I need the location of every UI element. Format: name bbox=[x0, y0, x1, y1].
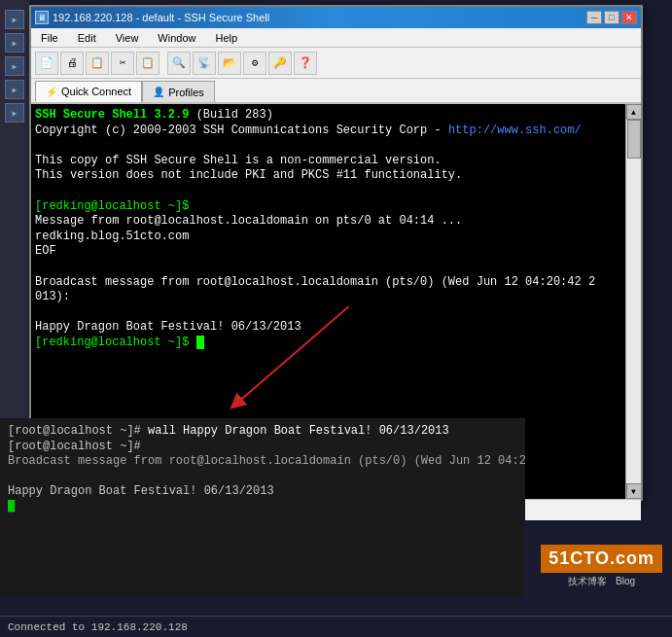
toolbar-key[interactable]: 🔑 bbox=[268, 52, 292, 75]
window-title: 192.168.220.128 - default - SSH Secure S… bbox=[53, 12, 269, 23]
toolbar: 📄 🖨 📋 ✂ 📋 🔍 📡 📂 ⚙ 🔑 ❓ bbox=[31, 48, 641, 79]
tab-quick-connect-label: Quick Connect bbox=[61, 86, 131, 97]
term-line-3: This copy of SSH Secure Shell is a non-c… bbox=[35, 154, 621, 169]
watermark-logo: 51CTO.com bbox=[541, 545, 662, 573]
toolbar-help[interactable]: ❓ bbox=[294, 52, 317, 75]
scrollbar-track bbox=[626, 120, 641, 483]
term-line-7: Message from root@localhost.localdomain … bbox=[35, 214, 621, 230]
title-buttons: ─ □ ✕ bbox=[586, 11, 637, 24]
menu-view[interactable]: View bbox=[110, 30, 145, 46]
term-line-13 bbox=[35, 305, 621, 321]
toolbar-find[interactable]: 🔍 bbox=[167, 52, 191, 75]
side-icon-5[interactable]: ▶ bbox=[5, 103, 24, 123]
menu-window[interactable]: Window bbox=[152, 30, 201, 46]
side-icon-3[interactable]: ▶ bbox=[5, 56, 24, 76]
profiles-icon: 👤 bbox=[153, 87, 164, 97]
term-line-8: redking.blog.51cto.com bbox=[35, 230, 621, 245]
title-bar-left: 🖥 192.168.220.128 - default - SSH Secure… bbox=[35, 11, 269, 24]
side-icon-4[interactable]: ▶ bbox=[5, 80, 24, 99]
term-line-2 bbox=[35, 138, 621, 154]
menu-help[interactable]: Help bbox=[209, 30, 243, 46]
bottom-terminal[interactable]: [root@localhost ~]# wall Happy Dragon Bo… bbox=[0, 418, 525, 598]
bottom-line-3 bbox=[8, 470, 517, 485]
bottom-line-2: Broadcast message from root@localhost.lo… bbox=[8, 454, 517, 470]
toolbar-connect[interactable]: 📡 bbox=[193, 52, 216, 75]
minimize-button[interactable]: ─ bbox=[586, 11, 602, 24]
toolbar-transfer[interactable]: 📂 bbox=[218, 52, 241, 75]
toolbar-cut[interactable]: ✂ bbox=[111, 52, 134, 75]
toolbar-paste[interactable]: 📋 bbox=[136, 52, 159, 75]
term-line-12: 013): bbox=[35, 290, 621, 305]
side-icon-2[interactable]: ▶ bbox=[5, 33, 24, 53]
scrollbar-thumb[interactable] bbox=[627, 120, 641, 159]
tab-profiles[interactable]: 👤 Profiles bbox=[142, 81, 215, 102]
menu-file[interactable]: File bbox=[35, 30, 64, 46]
toolbar-print[interactable]: 🖨 bbox=[60, 52, 84, 75]
app-icon: 🖥 bbox=[35, 11, 49, 24]
term-line-9: EOF bbox=[35, 244, 621, 260]
bottom-status-bar: Connected to 192.168.220.128 bbox=[0, 616, 672, 637]
side-icon-1[interactable]: ▶ bbox=[5, 10, 24, 29]
term-line-5 bbox=[35, 184, 621, 199]
term-line-6: [redking@localhost ~]$ bbox=[35, 199, 621, 215]
term-line-0: SSH Secure Shell 3.2.9 (Build 283) bbox=[35, 108, 621, 124]
toolbar-new[interactable]: 📄 bbox=[35, 52, 58, 75]
watermark: 51CTO.com 技术博客 Blog bbox=[541, 545, 662, 588]
term-line-4: This version does not include PKI and PK… bbox=[35, 168, 621, 184]
watermark-sub: 技术博客 Blog bbox=[541, 575, 662, 588]
scrollbar-down[interactable]: ▼ bbox=[626, 483, 642, 499]
bottom-line-1: [root@localhost ~]# bbox=[8, 440, 517, 455]
term-line-11: Broadcast message from root@localhost.lo… bbox=[35, 275, 621, 291]
close-button[interactable]: ✕ bbox=[621, 11, 637, 24]
bottom-line-0: [root@localhost ~]# wall Happy Dragon Bo… bbox=[8, 424, 517, 440]
term-line-10 bbox=[35, 260, 621, 275]
maximize-button[interactable]: □ bbox=[604, 11, 619, 24]
bottom-line-4: Happy Dragon Boat Festival! 06/13/2013 bbox=[8, 484, 517, 500]
term-line-14: Happy Dragon Boat Festival! 06/13/2013 bbox=[35, 320, 621, 336]
tab-profiles-label: Profiles bbox=[168, 87, 204, 98]
toolbar-copy[interactable]: 📋 bbox=[86, 52, 109, 75]
tab-quick-connect[interactable]: ⚡ Quick Connect bbox=[35, 81, 142, 102]
term-line-1: Copyright (c) 2000-2003 SSH Communicatio… bbox=[35, 124, 621, 139]
menu-edit[interactable]: Edit bbox=[72, 30, 102, 46]
scrollbar-up[interactable]: ▲ bbox=[626, 104, 642, 120]
toolbar-settings[interactable]: ⚙ bbox=[243, 52, 266, 75]
menu-bar: File Edit View Window Help bbox=[31, 28, 641, 48]
terminal-scrollbar[interactable]: ▲ ▼ bbox=[625, 104, 641, 499]
bottom-status-text: Connected to 192.168.220.128 bbox=[8, 621, 188, 633]
bottom-line-5: █ bbox=[8, 500, 517, 515]
tab-bar: ⚡ Quick Connect 👤 Profiles bbox=[31, 79, 641, 104]
term-line-15: [redking@localhost ~]$ bbox=[35, 336, 621, 351]
title-bar: 🖥 192.168.220.128 - default - SSH Secure… bbox=[31, 7, 641, 28]
quick-connect-icon: ⚡ bbox=[46, 87, 57, 97]
